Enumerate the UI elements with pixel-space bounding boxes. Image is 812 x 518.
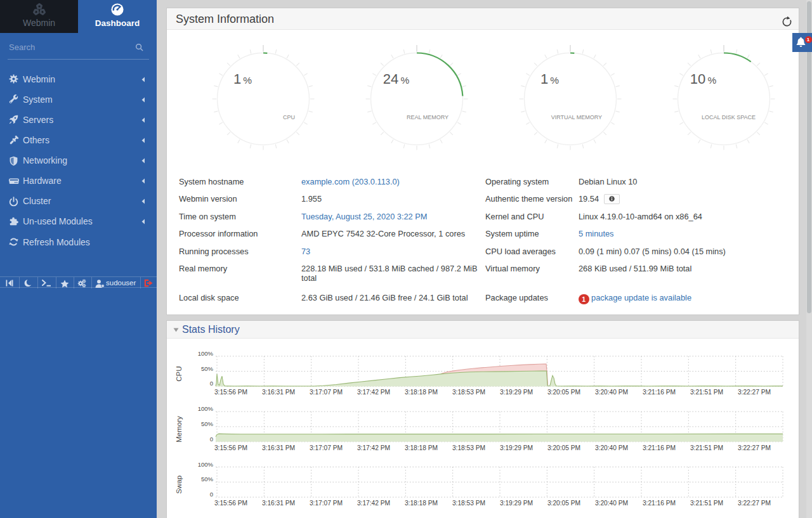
svg-text:100%: 100% xyxy=(198,350,214,357)
svg-text:VIRTUAL MEMORY: VIRTUAL MEMORY xyxy=(551,114,601,120)
svg-text:0: 0 xyxy=(210,491,213,498)
svg-text:3:17:07 PM: 3:17:07 PM xyxy=(310,500,343,507)
svg-text:REAL MEMORY: REAL MEMORY xyxy=(406,114,448,120)
svg-text:0: 0 xyxy=(210,380,213,387)
svg-text:3:19:29 PM: 3:19:29 PM xyxy=(500,389,533,396)
svg-text:3:17:07 PM: 3:17:07 PM xyxy=(310,389,343,396)
svg-text:3:18:53 PM: 3:18:53 PM xyxy=(452,389,485,396)
svg-text:3:19:29 PM: 3:19:29 PM xyxy=(500,500,533,507)
svg-text:3:17:42 PM: 3:17:42 PM xyxy=(357,500,390,507)
svg-text:100%: 100% xyxy=(198,405,214,412)
svg-text:3:15:56 PM: 3:15:56 PM xyxy=(214,389,247,396)
svg-text:3:20:05 PM: 3:20:05 PM xyxy=(547,389,580,396)
svg-text:3:20:05 PM: 3:20:05 PM xyxy=(547,444,580,451)
svg-text:50%: 50% xyxy=(201,420,214,427)
svg-text:3:22:27 PM: 3:22:27 PM xyxy=(738,444,771,451)
svg-text:50%: 50% xyxy=(201,476,214,482)
svg-text:3:16:31 PM: 3:16:31 PM xyxy=(262,389,295,396)
svg-text:3:18:18 PM: 3:18:18 PM xyxy=(405,389,438,396)
svg-text:3:17:07 PM: 3:17:07 PM xyxy=(310,444,343,451)
svg-text:3:18:18 PM: 3:18:18 PM xyxy=(405,444,438,451)
svg-text:3:22:27 PM: 3:22:27 PM xyxy=(738,389,771,396)
svg-text:3:15:56 PM: 3:15:56 PM xyxy=(214,500,247,507)
svg-text:3:16:31 PM: 3:16:31 PM xyxy=(262,444,295,451)
svg-text:3:20:40 PM: 3:20:40 PM xyxy=(595,444,628,451)
svg-text:Memory: Memory xyxy=(175,416,183,443)
svg-text:3:21:51 PM: 3:21:51 PM xyxy=(690,500,723,507)
svg-text:3:21:16 PM: 3:21:16 PM xyxy=(643,500,676,507)
svg-text:3:20:05 PM: 3:20:05 PM xyxy=(547,500,580,507)
svg-text:3:21:51 PM: 3:21:51 PM xyxy=(690,389,723,396)
svg-text:3:16:31 PM: 3:16:31 PM xyxy=(262,500,295,507)
svg-text:3:20:40 PM: 3:20:40 PM xyxy=(595,500,628,507)
svg-text:0: 0 xyxy=(210,436,213,443)
svg-text:LOCAL DISK SPACE: LOCAL DISK SPACE xyxy=(701,114,755,120)
svg-text:50%: 50% xyxy=(201,365,214,372)
svg-text:CPU: CPU xyxy=(282,114,294,120)
svg-text:3:18:53 PM: 3:18:53 PM xyxy=(452,444,485,451)
svg-text:CPU: CPU xyxy=(175,366,183,381)
svg-text:Swap: Swap xyxy=(175,476,183,494)
svg-text:3:18:18 PM: 3:18:18 PM xyxy=(405,500,438,507)
svg-text:3:18:53 PM: 3:18:53 PM xyxy=(452,500,485,507)
svg-text:3:22:27 PM: 3:22:27 PM xyxy=(738,500,771,507)
svg-text:3:15:56 PM: 3:15:56 PM xyxy=(214,444,247,451)
svg-text:3:17:42 PM: 3:17:42 PM xyxy=(357,444,390,451)
svg-text:3:21:16 PM: 3:21:16 PM xyxy=(643,389,676,396)
svg-text:100%: 100% xyxy=(198,461,214,468)
svg-text:3:20:40 PM: 3:20:40 PM xyxy=(595,389,628,396)
svg-text:3:21:51 PM: 3:21:51 PM xyxy=(690,444,723,451)
svg-text:3:21:16 PM: 3:21:16 PM xyxy=(643,444,676,451)
svg-text:3:19:29 PM: 3:19:29 PM xyxy=(500,444,533,451)
svg-text:3:17:42 PM: 3:17:42 PM xyxy=(357,389,390,396)
